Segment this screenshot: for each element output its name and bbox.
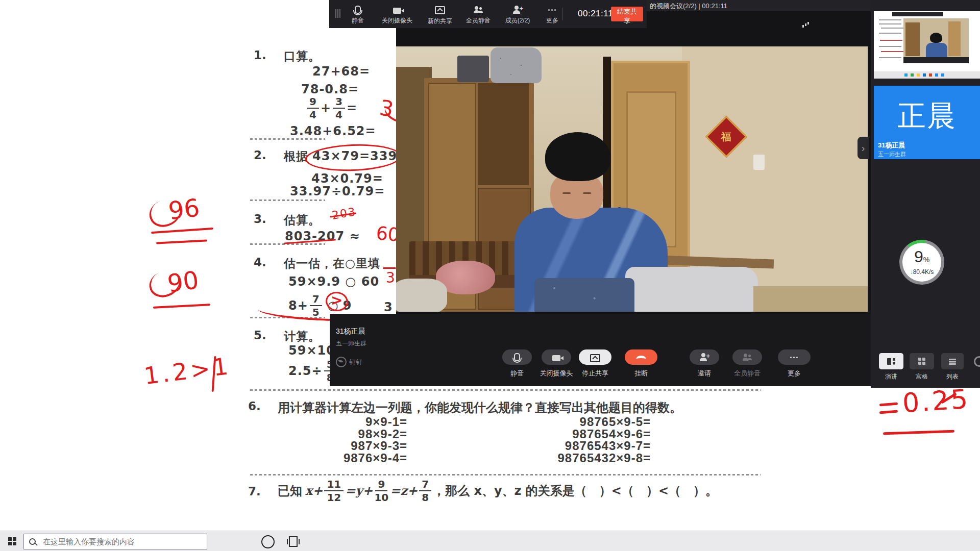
- share-screen-icon: [435, 6, 445, 14]
- share-timer: 00:21:11: [578, 9, 613, 19]
- toolbar-new-share-button[interactable]: 新的共享: [422, 3, 458, 26]
- p6-equation: 98×9-2=: [285, 428, 407, 440]
- view-grid-label: 宫格: [905, 372, 938, 381]
- boy-eye: [583, 192, 591, 194]
- list-view-icon: [949, 358, 956, 364]
- sidebar-collapse-tab[interactable]: ›: [857, 137, 869, 159]
- toolbar-more-button[interactable]: 更多: [540, 4, 565, 25]
- mini-app-dots: [904, 73, 908, 77]
- p6-title: 用计算器计算左边一列题，你能发现什么规律？直接写出其他题目的得数。: [278, 399, 682, 416]
- handwritten-96: 96: [167, 193, 201, 225]
- view-list-button[interactable]: [941, 353, 964, 369]
- boy-eye: [562, 192, 571, 194]
- task-view-button[interactable]: [289, 536, 298, 547]
- search-handle: [35, 543, 38, 546]
- storage-bag: [491, 47, 542, 83]
- white-blanket: [625, 267, 758, 312]
- toolbar-camera-off-button[interactable]: 关闭摄像头: [376, 4, 419, 25]
- p1-item: 27+68=: [312, 64, 370, 79]
- invite-button[interactable]: + 邀请: [687, 349, 722, 378]
- p4-item: 59×9.9 ○ 60: [288, 274, 379, 289]
- mini-taskbar: [874, 71, 980, 79]
- p3-title: 估算。: [284, 212, 321, 228]
- window-title: 的视频会议(2/2) | 00:21:11: [650, 2, 727, 11]
- p6-right-column: 98765×9-5=987654×9-6=9876543×9-7=9876543…: [528, 416, 651, 464]
- p1-number: 1.: [254, 48, 266, 62]
- network-inner: 9% ↓80.4K/s: [902, 243, 941, 282]
- toolbar-mute-all-button[interactable]: 全员静音: [461, 4, 495, 25]
- wardrobe-open-shelf: [478, 83, 529, 185]
- p2-item: 43×0.79=: [311, 171, 383, 186]
- start-button[interactable]: [8, 537, 12, 541]
- p7-row: 已知 x+ 1112 =y+ 910 =z+ 78 ，那么 x、y、z 的关系是…: [278, 479, 718, 503]
- task-view-right-bar: [299, 539, 300, 544]
- wall-switch: [753, 155, 765, 170]
- p1-item: 78-0.8=: [301, 82, 359, 96]
- people-icon: [473, 6, 483, 14]
- participant-group: 五一师生群: [878, 151, 906, 158]
- p3-number: 3.: [254, 212, 266, 226]
- search-icon: [29, 538, 36, 545]
- member-add-icon: +: [512, 6, 523, 14]
- settings-gear-icon[interactable]: [974, 356, 980, 367]
- mute-button[interactable]: 静音: [500, 349, 534, 378]
- stop-share-button[interactable]: 停止共享: [578, 349, 612, 378]
- divider: [250, 199, 325, 201]
- self-video-thumbnail[interactable]: [874, 11, 980, 79]
- red-circle-given: [305, 143, 402, 173]
- floor: [753, 286, 868, 312]
- p6-equation: 987×9-3=: [285, 440, 407, 452]
- desktop-screen: 1. 口算。 27+68= 78-0.8= 94 + 34 = 3.48+6.5…: [0, 0, 980, 551]
- mini-wardrobe: [905, 22, 920, 56]
- toolbar-mute-button[interactable]: 静音: [344, 4, 372, 25]
- net-speed: 80.4K/s: [913, 268, 934, 276]
- participant-big-name: 正晨: [874, 97, 980, 136]
- p2-number: 2.: [254, 148, 266, 162]
- brand-label: 钉钉: [349, 358, 362, 367]
- participant-tile[interactable]: 正晨 31杨正晨 五一师生群: [874, 86, 980, 159]
- search-input[interactable]: [42, 537, 192, 546]
- end-share-button[interactable]: 结束共享: [611, 7, 643, 21]
- p1-title: 口算。: [284, 48, 321, 64]
- handwritten-025: 0.25: [901, 383, 971, 418]
- p5-title: 计算。: [284, 329, 321, 344]
- view-grid-button[interactable]: [910, 353, 934, 369]
- p4-item-next-col: 3: [384, 300, 393, 314]
- handwritten-90: 90: [165, 265, 200, 298]
- toolbar-members-button[interactable]: + 成员(2/2): [499, 4, 536, 25]
- cortana-button[interactable]: [261, 535, 275, 548]
- windows-taskbar: e P: [0, 531, 980, 551]
- people-icon: [742, 353, 752, 361]
- camera-off-button[interactable]: 关闭摄像头: [539, 349, 574, 378]
- chevron-right-icon: ›: [862, 142, 865, 154]
- red-underline: [883, 430, 954, 435]
- hang-up-button[interactable]: 挂断: [624, 349, 658, 378]
- taskbar-search-box[interactable]: [23, 534, 207, 549]
- drag-handle-icon[interactable]: [335, 9, 336, 18]
- more-button[interactable]: 更多: [777, 349, 812, 378]
- divider: [250, 389, 761, 391]
- p6-number: 6.: [248, 399, 261, 413]
- mic-icon: [514, 353, 520, 361]
- participants-sidebar: 正晨 31杨正晨 五一师生群 9% ↓80.4K/s 演讲 宫格 列表: [871, 0, 980, 388]
- view-speaker-button[interactable]: [879, 353, 903, 369]
- red-underline: [153, 304, 210, 309]
- hang-up-icon: [636, 356, 646, 363]
- p6-equation: 98765432×9-8=: [528, 452, 651, 464]
- call-control-strip: 31杨正晨 五一师生群 钉钉 静音 关闭摄像头 停止共享 挂断 + 邀请 全员静…: [330, 314, 871, 386]
- more-dots-icon: [789, 353, 799, 361]
- p6-equation: 98765×9-5=: [528, 416, 651, 428]
- speaker-view-icon: [887, 358, 895, 365]
- mute-all-button[interactable]: 全员静音: [730, 349, 765, 378]
- participant-name: 31杨正晨: [878, 141, 905, 150]
- divider: [250, 138, 325, 140]
- p2-title: 根据: [284, 148, 308, 164]
- more-dots-icon: [547, 6, 557, 14]
- red-equals-bar: [879, 410, 898, 414]
- mini-boy-torso: [926, 43, 947, 57]
- suitcase: [457, 56, 489, 82]
- p6-left-column: 9×9-1=98×9-2=987×9-3=9876×9-4=: [285, 416, 407, 464]
- dingtalk-logo-icon: [336, 357, 347, 367]
- red-underline: [156, 239, 207, 244]
- p6-equation: 987654×9-6=: [528, 428, 651, 440]
